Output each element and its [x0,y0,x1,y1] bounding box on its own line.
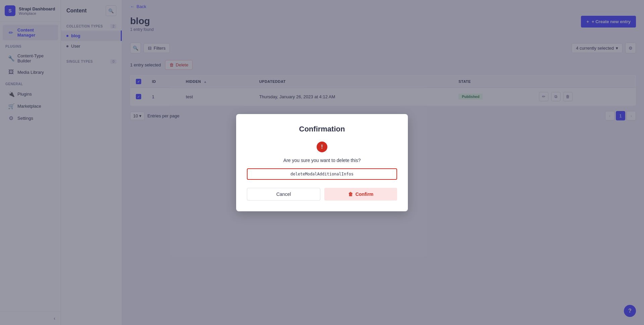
modal-title: Confirmation [247,125,397,133]
modal-code-box: deleteModalAdditionalInfos [247,168,397,180]
modal-footer: Cancel 🗑 Confirm [247,188,397,201]
modal-question: Are you sure you want to delete this? [283,158,361,163]
modal-body: ! Are you sure you want to delete this? … [247,142,397,180]
confirm-trash-icon: 🗑 [348,192,353,197]
modal-cancel-button[interactable]: Cancel [247,188,320,201]
modal-confirm-button[interactable]: 🗑 Confirm [324,188,397,201]
confirmation-modal: Confirmation ! Are you sure you want to … [236,114,408,211]
modal-overlay: Confirmation ! Are you sure you want to … [0,0,644,325]
modal-header: Confirmation [247,125,397,133]
warning-icon: ! [317,142,327,152]
